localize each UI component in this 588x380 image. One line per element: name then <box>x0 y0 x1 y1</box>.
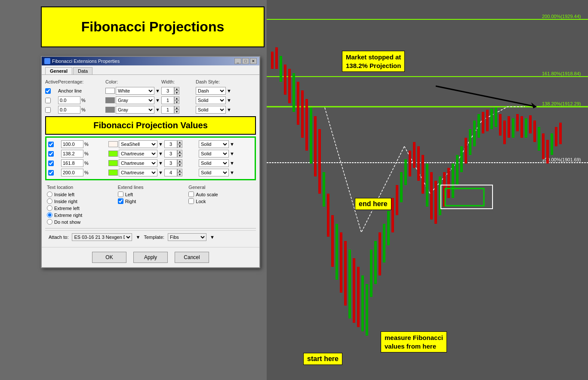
hl-row161-width-input[interactable] <box>164 159 177 167</box>
row3-color-select[interactable]: Gray <box>116 106 154 114</box>
row3-width-down[interactable]: ▼ <box>174 110 179 114</box>
auto-scale-row[interactable]: Auto scale <box>188 192 254 197</box>
extend-left-checkbox[interactable] <box>118 192 123 197</box>
hl-row100-width-input[interactable] <box>164 140 177 148</box>
row3-dash-select[interactable]: Solid Dash <box>196 106 226 114</box>
row2-checkbox-cell[interactable] <box>45 98 58 103</box>
anchor-width-input[interactable] <box>161 87 174 95</box>
hl-row138-value-input[interactable] <box>61 150 83 158</box>
hl-row200-width-up[interactable]: ▲ <box>177 169 182 173</box>
radio-extreme-left-input[interactable] <box>47 205 52 211</box>
prop-header: Active: Percentage: Color: Width: Dash S… <box>45 78 256 85</box>
text-location-radio-group: Inside left Inside right Extreme left Ex… <box>47 192 113 225</box>
radio-inside-left[interactable]: Inside left <box>47 192 113 197</box>
row2-color-arrow: ▼ <box>155 98 160 103</box>
hl-row138-width-down[interactable]: ▼ <box>177 154 182 158</box>
radio-inside-right-input[interactable] <box>47 198 52 204</box>
attach-select[interactable]: ES 03-16 21 3 Nexgen D... <box>72 233 132 241</box>
hl-row100-cb-cell[interactable] <box>48 142 61 147</box>
close-button[interactable]: ✕ <box>250 58 257 64</box>
radio-extreme-right[interactable]: Extreme right <box>47 212 113 218</box>
hl-row100-dash-select[interactable]: Solid Dash <box>199 140 229 148</box>
hl-row138-width-input[interactable] <box>164 150 177 158</box>
row3-value-input[interactable] <box>58 106 80 114</box>
svg-text:100.00%(1901.69): 100.00%(1901.69) <box>542 157 581 162</box>
lock-row[interactable]: Lock <box>188 198 254 204</box>
row3-checkbox[interactable] <box>45 107 51 113</box>
hl-row100-value-input[interactable] <box>61 140 83 148</box>
auto-scale-checkbox[interactable] <box>188 192 194 197</box>
titlebar-controls[interactable]: _ □ ✕ <box>234 58 257 64</box>
tab-data[interactable]: Data <box>73 67 92 74</box>
tab-general[interactable]: General <box>45 67 72 74</box>
apply-button[interactable]: Apply <box>133 252 168 263</box>
row2-width-input[interactable] <box>161 96 174 104</box>
row3-checkbox-cell[interactable] <box>45 107 58 113</box>
radio-do-not-show-input[interactable] <box>47 219 52 225</box>
extend-left-row[interactable]: Left <box>118 192 184 197</box>
radio-inside-right[interactable]: Inside right <box>47 198 113 204</box>
cancel-button[interactable]: Cancel <box>175 252 209 263</box>
dialog-buttons: OK Apply Cancel <box>42 247 259 267</box>
hl-row200-color-select[interactable]: Chartreuse <box>119 169 157 176</box>
minimize-button[interactable]: _ <box>234 58 241 64</box>
hl-row161-checkbox[interactable] <box>48 161 54 166</box>
hl-row200-width-down[interactable]: ▼ <box>177 173 182 176</box>
svg-rect-55 <box>452 164 454 198</box>
dialog-title: Fibonacci Extensions Properties <box>52 59 120 64</box>
measure-fib-box: measure Fibonaccivalues from here <box>381 331 447 352</box>
hl-row200-cb-cell[interactable] <box>48 170 61 176</box>
template-select[interactable]: Fibs <box>168 233 206 241</box>
lock-checkbox[interactable] <box>188 198 194 204</box>
hl-row200-dash-select[interactable]: Solid Dash <box>199 169 229 176</box>
hl-row138-width-up[interactable]: ▲ <box>177 150 182 154</box>
hl-row100-color-select[interactable]: SeaShell <box>119 140 157 148</box>
svg-rect-29 <box>340 232 342 293</box>
hl-row-100: % SeaShell ▼ ▲ ▼ <box>48 139 253 149</box>
hl-row100-width-down[interactable]: ▼ <box>177 144 182 148</box>
hl-row100-checkbox[interactable] <box>48 142 54 147</box>
hl-row161-dash-select[interactable]: Solid Dash <box>199 159 229 167</box>
anchor-checkbox-cell[interactable] <box>45 88 58 94</box>
radio-extreme-right-input[interactable] <box>47 212 52 218</box>
hl-row200-value-input[interactable] <box>61 169 83 176</box>
row3-color-arrow: ▼ <box>155 107 160 112</box>
anchor-checkbox[interactable] <box>45 88 51 94</box>
hl-row161-value-input[interactable] <box>61 159 83 167</box>
anchor-color-select[interactable]: White <box>116 87 154 95</box>
row2-color-select[interactable]: Gray <box>116 96 154 104</box>
radio-do-not-show[interactable]: Do not show <box>47 219 113 225</box>
row2-dash-select[interactable]: Solid Dash <box>196 96 226 104</box>
hl-row161-width-down[interactable]: ▼ <box>177 163 182 167</box>
row2-width-up[interactable]: ▲ <box>174 96 179 100</box>
maximize-button[interactable]: □ <box>242 58 249 64</box>
row2-checkbox[interactable] <box>45 98 51 103</box>
row2-width-down[interactable]: ▼ <box>174 100 179 104</box>
end-here-text: end here <box>359 200 388 207</box>
hl-row138-dash-select[interactable]: Solid Dash <box>199 150 229 158</box>
svg-rect-30 <box>344 241 347 306</box>
hl-row138-color-select[interactable]: Chartreuse <box>119 150 157 158</box>
svg-line-83 <box>436 86 536 107</box>
hl-row100-width-up[interactable]: ▲ <box>177 140 182 144</box>
row3-width-input[interactable] <box>161 106 174 114</box>
extend-right-checkbox[interactable] <box>118 198 123 204</box>
hl-row161-cb-cell[interactable] <box>48 161 61 166</box>
row3-width-up[interactable]: ▲ <box>174 106 179 110</box>
ok-button[interactable]: OK <box>92 252 126 263</box>
radio-inside-left-input[interactable] <box>47 192 52 197</box>
anchor-width-down[interactable]: ▼ <box>174 91 179 95</box>
hl-row138-cb-cell[interactable] <box>48 151 61 157</box>
row2-value-input[interactable] <box>58 96 80 104</box>
anchor-width-up[interactable]: ▲ <box>174 87 179 91</box>
hl-row161-width-up[interactable]: ▲ <box>177 159 182 163</box>
svg-rect-63 <box>486 110 489 131</box>
header-color: Color: <box>105 79 161 84</box>
hl-row161-color-select[interactable]: Chartreuse <box>119 159 157 167</box>
radio-extreme-left[interactable]: Extreme left <box>47 205 113 211</box>
hl-row200-checkbox[interactable] <box>48 170 54 176</box>
extend-right-row[interactable]: Right <box>118 198 184 204</box>
hl-row138-checkbox[interactable] <box>48 151 54 157</box>
hl-row200-width-input[interactable] <box>164 169 177 176</box>
anchor-dash-select[interactable]: Dash Solid <box>196 87 226 95</box>
